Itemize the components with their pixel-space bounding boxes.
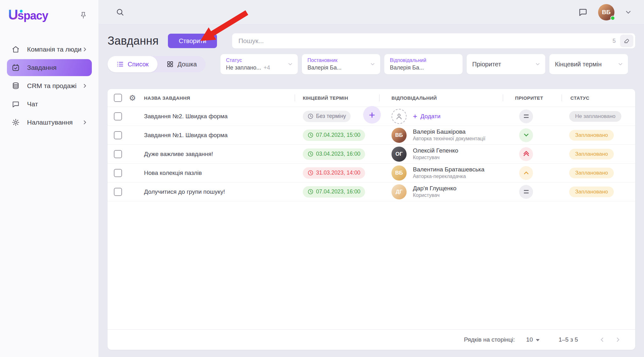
table-row[interactable]: Нова колекція пазлів 31.03.2023, 14:00 +…	[108, 164, 635, 182]
deadline-pill[interactable]: Без терміну	[303, 111, 351, 122]
sidebar-item-tasks[interactable]: Завдання	[7, 59, 92, 76]
status-badge[interactable]: Заплановано	[569, 130, 614, 141]
row-checkbox[interactable]	[114, 188, 122, 196]
priority-badge[interactable]	[519, 166, 533, 180]
select-all-checkbox[interactable]	[114, 94, 122, 102]
clock-icon	[308, 189, 314, 195]
row-checkbox[interactable]	[114, 112, 122, 120]
responsible-name[interactable]: Дар'я Глущенко	[413, 185, 457, 192]
clock-icon	[308, 132, 314, 138]
messages-icon[interactable]	[578, 8, 587, 17]
filter-responsible[interactable]: Відповідальний Валерія Ба...	[384, 54, 463, 74]
filter-row: Список Дошка Статус Не заплано...+4	[108, 54, 635, 74]
pin-sidebar-icon[interactable]	[79, 11, 87, 20]
task-name[interactable]: Завдання №2. Швидка форма	[142, 107, 295, 126]
responsible-name[interactable]: Олексій Гепенко	[413, 147, 458, 154]
status-badge[interactable]: Заплановано	[569, 187, 614, 197]
filter-label: Відповідальний	[390, 58, 426, 63]
sidebar-item-chat[interactable]: Чат	[7, 96, 92, 113]
table-row[interactable]: Долучитися до групи пошуку! 07.04.2023, …	[108, 182, 635, 201]
prev-page-button[interactable]	[594, 336, 610, 343]
rows-per-page-value: 10	[526, 336, 533, 343]
sidebar-item-company[interactable]: Компанія та люди	[7, 41, 92, 58]
row-checkbox[interactable]	[114, 150, 122, 158]
avatar[interactable]: ОГ	[391, 147, 407, 162]
quick-add-button[interactable]: +	[363, 106, 381, 124]
table-row[interactable]: Дуже важливе завдання! 03.04.2023, 16:00…	[108, 145, 635, 164]
responsible-name[interactable]: Валентина Браташевська	[413, 166, 485, 173]
tab-label: Список	[128, 61, 149, 68]
priority-badge[interactable]	[519, 128, 533, 142]
deadline-pill[interactable]: 07.04.2023, 15:00	[303, 130, 365, 141]
status-badge[interactable]: Не заплановано	[569, 111, 621, 122]
columns-settings-gear-icon[interactable]: ⚙	[129, 94, 136, 102]
filter-deadline[interactable]: Кінцевий термін	[549, 54, 628, 74]
online-status-dot	[610, 16, 615, 20]
responsible-name[interactable]: Валерія Башкірова	[413, 128, 486, 136]
next-page-button[interactable]	[610, 336, 626, 343]
column-header-status[interactable]: СТАТУС	[562, 89, 635, 107]
assignee-placeholder-icon[interactable]	[391, 109, 407, 124]
clear-filters-eraser-icon[interactable]	[620, 35, 633, 47]
tab-list-view[interactable]: Список	[108, 56, 158, 72]
tasks-table: ⚙ НАЗВА ЗАВДАННЯ КІНЦЕВИЙ ТЕРМІН ВІДПОВІ…	[108, 89, 635, 350]
deadline-pill[interactable]: 31.03.2023, 14:00	[303, 167, 365, 179]
deadline-pill[interactable]: 03.04.2023, 16:00	[303, 148, 365, 160]
task-name[interactable]: Нова колекція пазлів	[142, 164, 295, 182]
avatar[interactable]: ВБ	[391, 128, 407, 143]
sidebar-item-settings[interactable]: Налаштування	[7, 114, 92, 131]
filter-status[interactable]: Статус Не заплано...+4	[220, 54, 298, 74]
filter-value: Валерія Ба...	[390, 64, 426, 71]
column-header-responsible[interactable]: ВІДПОВІДАЛЬНИЙ	[379, 89, 503, 107]
filter-priority[interactable]: Пріоритет	[467, 54, 545, 74]
deadline-text: 07.04.2023, 16:00	[316, 188, 360, 195]
priority-badge[interactable]	[519, 185, 533, 199]
task-name[interactable]: Дуже важливе завдання!	[142, 145, 295, 163]
chevron-down-icon	[366, 62, 375, 67]
chevron-down-icon	[613, 62, 623, 67]
logo-dot	[20, 10, 23, 13]
topbar: ВБ	[99, 0, 644, 25]
rows-per-page-label: Рядків на сторінці:	[464, 336, 515, 343]
status-badge[interactable]: Заплановано	[569, 149, 614, 159]
add-responsible-button[interactable]: +Додати	[413, 113, 441, 120]
deadline-text: 03.04.2023, 16:00	[316, 151, 360, 157]
row-checkbox[interactable]	[114, 169, 122, 177]
column-header-name[interactable]: НАЗВА ЗАВДАННЯ	[142, 89, 295, 107]
avatar[interactable]: ВБ	[391, 165, 407, 181]
avatar[interactable]: ДГ	[391, 184, 407, 199]
title-row: Завдання Створити 5	[108, 30, 635, 52]
sidebar-item-crm[interactable]: CRM та продажі	[7, 77, 92, 94]
priority-badge[interactable]	[519, 147, 533, 161]
filter-value: Не заплано...+4	[226, 64, 270, 71]
list-icon	[116, 60, 124, 68]
create-button[interactable]: Створити	[168, 34, 217, 48]
row-checkbox[interactable]	[114, 131, 122, 139]
view-toggle: Список Дошка	[108, 56, 206, 72]
filter-author[interactable]: Постановник Валерія Ба...	[302, 54, 380, 74]
filter-value: Валерія Ба...	[308, 64, 341, 71]
table-row[interactable]: Завдання №1. Швидка форма 07.04.2023, 15…	[108, 126, 635, 145]
board-icon	[166, 60, 174, 68]
profile-chevron-down-icon[interactable]	[625, 9, 631, 15]
column-header-deadline[interactable]: КІНЦЕВИЙ ТЕРМІН	[295, 89, 379, 107]
task-name[interactable]: Завдання №1. Швидка форма	[142, 126, 295, 144]
priority-badge[interactable]	[519, 109, 533, 123]
tab-board-view[interactable]: Дошка	[158, 56, 206, 72]
global-search-icon[interactable]	[116, 8, 125, 17]
priority-low-icon	[524, 132, 529, 137]
user-avatar[interactable]: ВБ	[598, 4, 614, 20]
task-search-input[interactable]	[238, 37, 613, 45]
task-name[interactable]: Долучитися до групи пошуку!	[142, 182, 295, 201]
logo-u-glyph: U	[8, 7, 18, 23]
chevron-down-icon	[531, 62, 540, 67]
uspacy-logo[interactable]: U spacy	[8, 7, 48, 23]
deadline-pill[interactable]: 07.04.2023, 16:00	[303, 186, 365, 198]
column-header-priority[interactable]: ПРІОРИТЕТ	[503, 89, 562, 107]
chevron-down-icon	[283, 62, 293, 67]
responsible-role: Користувач	[413, 154, 458, 161]
rows-per-page-select[interactable]: 10	[526, 336, 540, 343]
filter-label: Статус	[226, 58, 270, 63]
status-badge[interactable]: Заплановано	[569, 168, 614, 178]
plus-icon: +	[413, 113, 417, 120]
